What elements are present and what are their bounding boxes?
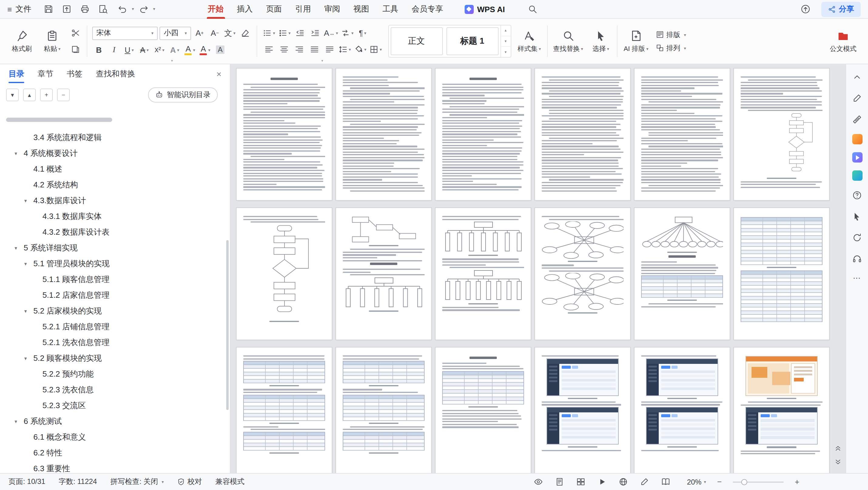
menu-tab-页面[interactable]: 页面 [259,0,288,19]
style-normal[interactable]: 正文 [390,27,442,55]
align-left-button[interactable] [262,43,275,56]
toc-item[interactable]: ▾5.2 顾客模块的实现 [0,351,230,366]
share-button[interactable]: 分享 [821,2,861,17]
collapse-triangle-icon[interactable]: ▾ [14,151,21,157]
previous-page-button[interactable] [833,443,842,452]
distribute-button[interactable] [323,43,336,56]
page-thumbnail[interactable] [634,208,730,339]
outline-remove-button[interactable]: − [57,88,70,101]
menu-tab-审阅[interactable]: 审阅 [317,0,347,19]
italic-button[interactable]: I [107,43,121,56]
save-button[interactable] [41,2,56,17]
spellcheck-status[interactable]: 拼写检查: 关闭▾ [111,477,164,487]
collapse-triangle-icon[interactable]: ▾ [24,261,31,267]
zoom-slider-thumb[interactable] [741,479,747,485]
font-color-button[interactable]: A▾ [198,43,212,56]
page-thumbnail[interactable] [237,348,332,473]
service-button[interactable] [850,252,864,266]
collapse-triangle-icon[interactable]: ▾ [24,355,31,361]
strikethrough-button[interactable]: A▾ [138,43,151,56]
pane-tab-目录[interactable]: 目录 [8,64,24,84]
help-button[interactable] [850,189,864,202]
collapse-triangle-icon[interactable]: ▾ [14,419,21,425]
decrease-indent-button[interactable] [293,27,306,39]
toc-item[interactable]: ▾4.3.数据库设计 [0,193,230,208]
numbered-list-button[interactable]: ▾ [278,27,291,39]
toc-item[interactable]: 5.2.2 预约功能 [0,366,230,382]
store-icon[interactable] [852,134,862,144]
page-thumbnail[interactable] [634,68,730,200]
toc-item[interactable]: 4.2 系统结构 [0,177,230,193]
underline-button[interactable]: U▾ [123,43,136,56]
toc-item[interactable]: ▾6 系统测试 [0,414,230,429]
shading-button[interactable]: ▾ [353,43,367,56]
page-thumbnail[interactable] [237,208,332,339]
expand-outline-button[interactable]: ▾ [6,88,19,101]
phonetic-guide-button[interactable]: 文▾ [223,27,237,39]
style-heading1[interactable]: 标题 1 [446,27,498,55]
toc-item[interactable]: 4.1 概述 [0,161,230,177]
page-thumbnail[interactable] [237,68,332,200]
export-pdf-button[interactable] [59,2,74,17]
align-center-button[interactable] [277,43,290,56]
page-thumbnail[interactable] [436,68,531,200]
pane-tab-章节[interactable]: 章节 [38,64,53,84]
close-pane-button[interactable]: × [217,69,221,79]
paste-button[interactable]: 粘贴▾ [38,21,66,62]
increase-font-button[interactable]: A+ [193,27,206,39]
bullet-list-button[interactable]: ▾ [262,27,276,39]
style-gallery-more-button[interactable]: ▾ [501,46,510,57]
toc-item[interactable]: 5.2.3 洗衣信息 [0,382,230,398]
collapse-triangle-icon[interactable]: ▾ [24,308,31,314]
sync-button[interactable] [850,231,864,244]
toc-item[interactable]: 5.1.2 店家信息管理 [0,288,230,303]
text-effect-button[interactable]: A▾ [168,43,181,56]
font-family-select[interactable]: 宋体▾ [92,26,158,40]
font-group-expander-icon[interactable]: ▾ [171,58,173,62]
ruler-button[interactable] [850,113,864,126]
word-count[interactable]: 字数: 11224 [59,477,97,487]
menu-tab-会员专享[interactable]: 会员专享 [405,0,450,19]
toc-item[interactable]: ▾5 系统详细实现 [0,240,230,256]
menu-tab-引用[interactable]: 引用 [288,0,317,19]
undo-button[interactable] [115,2,129,17]
multipage-view-button[interactable] [575,476,587,488]
wps-ai-brand[interactable]: WPS AI [464,5,505,14]
collapse-outline-button[interactable]: ▴ [23,88,36,101]
page-thumbnail[interactable] [436,348,531,473]
pane-tab-书签[interactable]: 书签 [67,64,83,84]
toc-vertical-scrollbar[interactable] [226,240,229,410]
toc-item[interactable]: ▾4 系统概要设计 [0,145,230,161]
undo-menu-button[interactable]: ▾ [129,7,136,11]
toc-item[interactable]: ▾5.1 管理员模块的实现 [0,256,230,272]
zoom-in-button[interactable]: + [793,477,801,486]
ink-annotation-button[interactable] [639,476,651,488]
decrease-font-button[interactable]: A− [208,27,221,39]
page-layout-view-button[interactable] [554,476,566,488]
select-button[interactable]: 选择▾ [587,21,615,62]
char-shading-button[interactable]: A [214,43,227,56]
text-direction-button[interactable]: ▾ [340,27,354,39]
char-scale-button[interactable]: A↔▾ [323,27,338,39]
borders-button[interactable]: ▾ [369,43,382,56]
zoom-level[interactable]: 20%▾ [687,478,706,486]
show-marks-button[interactable]: ¶▾ [356,27,369,39]
ai-layout-button[interactable]: AI 排版▾ [619,21,653,62]
toc-item[interactable]: 6.1 概念和意义 [0,429,230,445]
clear-format-button[interactable] [238,27,252,39]
page-thumbnail[interactable] [436,208,531,339]
page-thumbnail[interactable] [336,68,431,200]
toc-item[interactable]: 5.2.3 交流区 [0,398,230,414]
theme-skin-icon[interactable] [852,170,862,181]
page-indicator[interactable]: 页面: 10/31 [8,477,45,487]
eye-protection-button[interactable] [660,476,672,488]
page-thumbnail[interactable] [734,348,829,473]
file-menu-button[interactable]: ≡ 文件 [7,4,31,14]
format-painter-button[interactable]: 格式刷 [8,21,36,62]
print-button[interactable] [78,2,92,17]
toc-item[interactable]: 5.2.1 洗衣信息管理 [0,335,230,351]
menu-tab-视图[interactable]: 视图 [347,0,376,19]
annotate-button[interactable] [850,92,864,105]
copy-button[interactable] [68,43,82,56]
toc-item[interactable]: ▾5.2 店家模块的实现 [0,303,230,319]
